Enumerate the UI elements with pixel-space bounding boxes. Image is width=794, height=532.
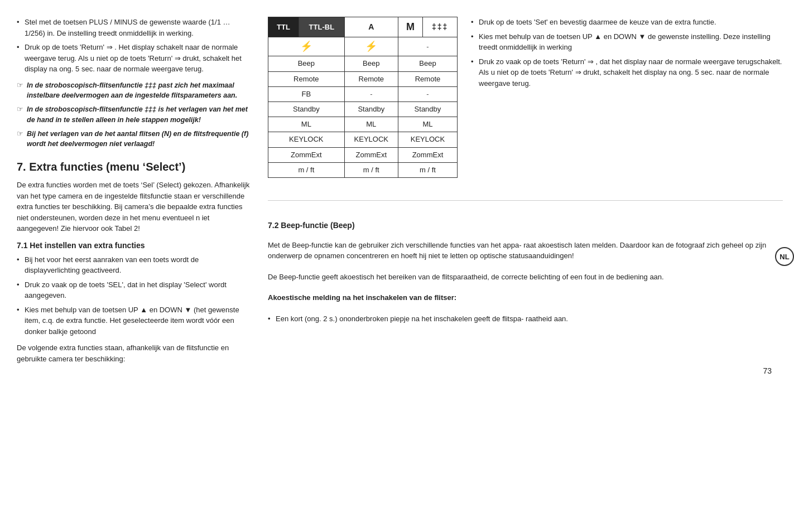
col-header-strobe: ‡‡‡ [423, 17, 458, 37]
table-cell: Remote [344, 71, 398, 86]
table-cell: m / ft [344, 162, 398, 177]
table-cell: ⚡ [344, 37, 398, 56]
sub-bullets: Bij het voor het eerst aanraken van een … [17, 254, 251, 337]
table-cell: Beep [344, 56, 398, 71]
sub-bullet-item: Druk zo vaak op de toets 'SEL', dat in h… [17, 279, 251, 301]
col-header-ttl-bl: TTL-BL [299, 17, 345, 37]
section72-p2: De Beep-functie geeft akoestisch het ber… [268, 272, 783, 283]
table-cell: Remote [268, 71, 345, 86]
col-header-ttl: TTL [268, 17, 299, 37]
table-cell: ML [268, 117, 345, 132]
bullet-item: Druk zo vaak op de toets 'Return' ⇒ , da… [471, 56, 783, 89]
function-table: TTL TTL-BL A M ‡‡‡ ⚡ ⚡ - [268, 17, 458, 178]
section-intro: De extra functies worden met de toets ‘S… [17, 180, 251, 234]
section-title: 7. Extra functies (menu ‘Select’) [17, 159, 251, 174]
col-header-m: M [398, 17, 422, 37]
right-top-bullet-list: Druk op de toets 'Set' en bevestig daarm… [471, 17, 783, 89]
table-row: Beep Beep Beep [268, 56, 458, 71]
section-72: 7.2 Beep-functie (Beep) Met de Beep-func… [268, 214, 783, 333]
table-row: KEYLOCK KEYLOCK KEYLOCK [268, 132, 458, 147]
section72-title: 7.2 Beep-functie (Beep) [268, 221, 783, 230]
bullet-item: Druk op de toets 'Return' ⇒ . Het displa… [17, 42, 251, 75]
hand-icon: ☞ [17, 104, 23, 115]
table-row: ZommExt ZommExt ZommExt [268, 147, 458, 162]
table-row: ⚡ ⚡ - [268, 37, 458, 56]
page-number: 73 [763, 366, 772, 375]
hand-icon: ☞ [17, 80, 23, 91]
sub-outro: De volgende extra functies staan, afhank… [17, 342, 251, 364]
table-cell: KEYLOCK [398, 132, 457, 147]
bullet-item: Stel met de toetsen PLUS / MINUS de gewe… [17, 17, 251, 38]
divider [268, 200, 783, 201]
table-cell: ZommExt [344, 147, 398, 162]
right-column: TTL TTL-BL A M ‡‡‡ ⚡ ⚡ - [268, 17, 783, 369]
col-header-a: A [344, 17, 398, 37]
table-cell: - [344, 86, 398, 101]
bullet-item: Druk op de toets 'Set' en bevestig daarm… [471, 17, 783, 28]
section72-sub: Akoestische melding na het inschakelen v… [268, 293, 456, 302]
nl-badge: NL [775, 247, 794, 266]
table-cell: Standby [268, 101, 345, 117]
table-cell: ZommExt [398, 147, 457, 162]
italic-note-1: ☞ In de stroboscopisch-flitsenfunctie ‡‡… [17, 80, 251, 101]
table-container: TTL TTL-BL A M ‡‡‡ ⚡ ⚡ - [268, 17, 458, 187]
subsection-title: 7.1 Het instellen van extra functies [17, 241, 251, 250]
table-cell: m / ft [398, 162, 457, 177]
table-cell: m / ft [268, 162, 345, 177]
table-cell: KEYLOCK [344, 132, 398, 147]
left-column: Stel met de toetsen PLUS / MINUS de gewe… [17, 17, 251, 369]
table-cell: Beep [268, 56, 345, 71]
table-cell: ⚡ [268, 37, 345, 56]
table-cell: - [398, 37, 457, 56]
table-cell: Remote [398, 71, 457, 86]
italic-note-3: ☞ Bij het verlagen van de het aantal fli… [17, 129, 251, 150]
table-cell: Beep [398, 56, 457, 71]
sub-bullet-item: Kies met behulp van de toetsen UP ▲ en D… [17, 304, 251, 337]
sub-bullet-item: Bij het voor het eerst aanraken van een … [17, 254, 251, 276]
table-cell: ZommExt [268, 147, 345, 162]
table-cell: FB [268, 86, 345, 101]
table-row: FB - - [268, 86, 458, 101]
intro-bullets: Stel met de toetsen PLUS / MINUS de gewe… [17, 17, 251, 75]
bullet-item: Een kort (ong. 2 s.) ononderbroken piepj… [268, 313, 783, 325]
table-row: m / ft m / ft m / ft [268, 162, 458, 177]
section72-p1: Met de Beep-functie kan de gebruiker zic… [268, 240, 783, 262]
table-cell: Standby [344, 101, 398, 117]
table-cell: - [398, 86, 457, 101]
table-row: ML ML ML [268, 117, 458, 132]
table-cell: ML [398, 117, 457, 132]
right-top-section: TTL TTL-BL A M ‡‡‡ ⚡ ⚡ - [268, 17, 783, 187]
bullet-item: Kies met behulp van de toetsen UP ▲ en D… [471, 31, 783, 53]
hand-icon: ☞ [17, 129, 23, 139]
section72-bullets: Een kort (ong. 2 s.) ononderbroken piepj… [268, 313, 783, 328]
table-cell: KEYLOCK [268, 132, 345, 147]
table-row: Remote Remote Remote [268, 71, 458, 86]
table-row: Standby Standby Standby [268, 101, 458, 117]
table-cell: Standby [398, 101, 457, 117]
table-cell: ML [344, 117, 398, 132]
italic-note-2: ☞ In de stroboscopisch-flitsenfunctie ‡‡… [17, 104, 251, 125]
top-right-bullets: Druk op de toets 'Set' en bevestig daarm… [471, 17, 783, 94]
